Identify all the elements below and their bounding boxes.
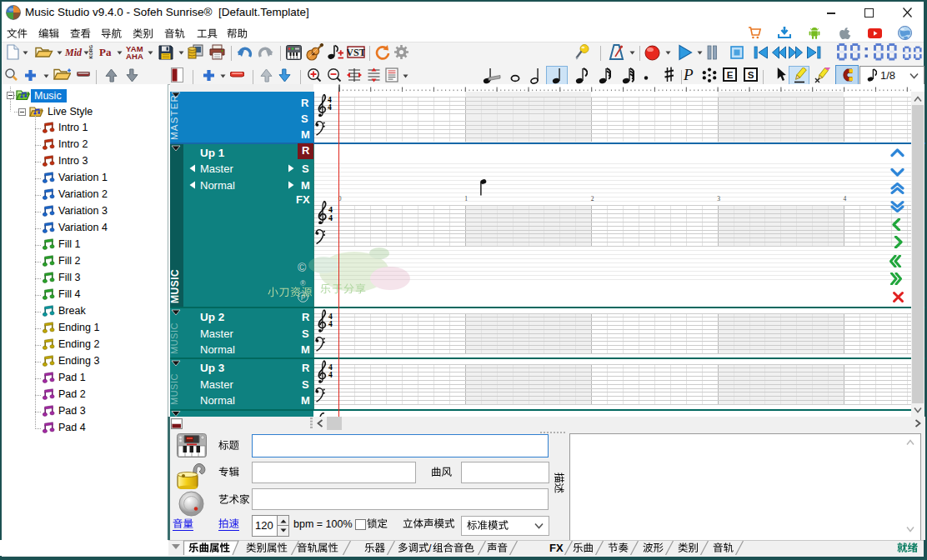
- svg-text:4: 4: [328, 213, 333, 222]
- svg-text:4: 4: [328, 371, 333, 379]
- svg-text:E: E: [727, 70, 734, 80]
- svg-text:4: 4: [328, 103, 332, 112]
- svg-text:VST: VST: [347, 47, 365, 58]
- svg-text:4: 4: [328, 320, 333, 328]
- svg-text:S: S: [748, 70, 754, 80]
